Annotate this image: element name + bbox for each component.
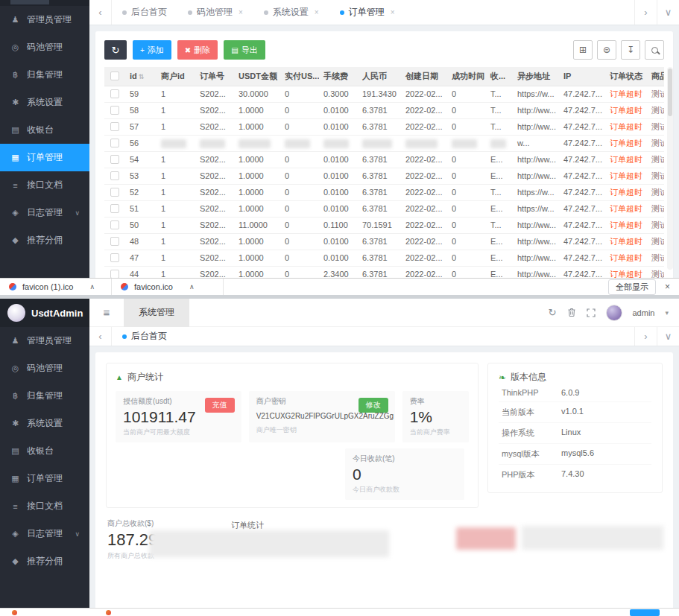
row-checkbox[interactable] <box>110 188 119 197</box>
cell-id: 47 <box>125 250 157 266</box>
delete-button[interactable]: ✖删除 <box>177 40 218 60</box>
sidebar-item[interactable]: ▦订单管理 <box>0 144 89 171</box>
button-partial[interactable] <box>630 609 660 616</box>
row-checkbox[interactable] <box>110 220 119 229</box>
recharge-button[interactable]: 充值 <box>205 398 235 413</box>
table-row[interactable]: 511S202...1.000000.01006.37812022-02...0… <box>104 200 664 217</box>
sidebar-item[interactable]: ◈日志管理∨ <box>0 520 89 547</box>
filter-columns-icon[interactable]: ⊞ <box>573 40 593 60</box>
sidebar-item[interactable]: ≡接口文档 <box>0 492 89 520</box>
table-row[interactable]: 531S202...1.000000.01006.37812022-02...0… <box>104 168 664 184</box>
sidebar-item[interactable]: ≡接口文档 <box>0 171 89 199</box>
table-row[interactable]: 501S202...11.000000.110070.15912022-02..… <box>104 217 664 233</box>
tab-item[interactable]: 系统设置× <box>253 0 329 25</box>
sort-icon[interactable]: ⇅ <box>139 73 145 80</box>
sidebar-item-label: 接口文档 <box>27 500 63 512</box>
log-icon: ◈ <box>10 208 21 217</box>
table-scrollbar[interactable] <box>667 67 673 270</box>
sidebar-item[interactable]: ฿归集管理 <box>0 61 89 89</box>
tabs-scroll-right-icon[interactable]: › <box>634 0 657 25</box>
main-area: ‹ 后台首页码池管理×系统设置×订单管理× › ∨ ↻ +添加 ✖删除 ▤导出 … <box>89 0 679 295</box>
cell-recv: T... <box>486 86 513 102</box>
sidebar-item[interactable]: ✱系统设置 <box>0 89 89 116</box>
close-tab-icon[interactable]: × <box>239 8 243 16</box>
close-tab-icon[interactable]: × <box>315 8 319 16</box>
cell-usdt: 1.0000 <box>234 151 280 168</box>
refresh-icon[interactable]: ↻ <box>549 307 557 318</box>
merchant-card-title: ▲ 商户统计 <box>116 371 469 384</box>
row-checkbox[interactable] <box>110 89 119 98</box>
table-row[interactable]: 56w...47.242.7...订单超时测试 <box>104 135 664 151</box>
sidebar-item[interactable]: ▤收银台 <box>0 116 89 144</box>
username[interactable]: admin <box>633 308 655 317</box>
export-button[interactable]: ▤导出 <box>224 40 265 60</box>
sidebar-item[interactable]: ♟管理员管理 <box>0 327 89 355</box>
totals-section: 商户总收款($) 187.29 所有商户总收款 订单统计 <box>106 518 663 566</box>
modify-button[interactable]: 修改 <box>359 398 388 413</box>
tab-item[interactable]: 码池管理× <box>177 0 253 25</box>
sidebar-item[interactable]: ✱系统设置 <box>0 410 89 437</box>
user-avatar[interactable] <box>606 305 622 321</box>
tabs-scroll-right-icon[interactable]: › <box>634 327 657 346</box>
sidebar-item[interactable]: ◆推荐分佣 <box>0 226 89 254</box>
row-checkbox[interactable] <box>110 237 119 246</box>
fullscreen-icon[interactable] <box>587 308 596 317</box>
show-all-downloads-button[interactable]: 全部显示 <box>608 279 656 295</box>
select-all-checkbox[interactable] <box>110 72 119 80</box>
close-downloads-icon[interactable]: × <box>665 282 670 292</box>
close-tab-icon[interactable]: × <box>391 8 395 16</box>
row-checkbox[interactable] <box>110 253 119 262</box>
add-button-label: 添加 <box>148 45 164 56</box>
cell-id: 56 <box>125 135 157 151</box>
table-row[interactable]: 591S202...30.000000.3000191.34302022-02.… <box>104 86 664 102</box>
add-button[interactable]: +添加 <box>133 40 171 60</box>
row-checkbox[interactable] <box>110 171 119 180</box>
sidebar-item[interactable]: ♟管理员管理 <box>0 6 89 34</box>
bitcoin-icon: ฿ <box>10 391 21 401</box>
tab-dot-icon <box>122 334 127 339</box>
app-logo[interactable]: UsdtAdmin <box>0 299 89 327</box>
table-row[interactable]: 581S202...1.000000.01006.37812022-02...0… <box>104 102 664 118</box>
tab-item[interactable]: 订单管理× <box>329 0 405 25</box>
scrollbar-thumb[interactable] <box>668 69 672 116</box>
sidebar-item[interactable]: ◎码池管理 <box>0 355 89 382</box>
tabs-scroll-left-icon[interactable]: ‹ <box>89 327 112 346</box>
tabs-menu-icon[interactable]: ∨ <box>657 327 679 346</box>
tab-item[interactable]: 后台首页 <box>112 327 177 346</box>
tabs-menu-icon[interactable]: ∨ <box>657 0 679 25</box>
row-checkbox[interactable] <box>110 122 119 131</box>
row-checkbox[interactable] <box>110 139 119 147</box>
table-row[interactable]: 571S202...1.000000.01006.37812022-02...0… <box>104 118 664 135</box>
tab-item[interactable]: 后台首页 <box>112 0 177 25</box>
collapse-menu-icon[interactable]: ≡ <box>89 306 124 319</box>
row-checkbox[interactable] <box>110 155 119 164</box>
sidebar-item[interactable]: ◆推荐分佣 <box>0 547 89 575</box>
clear-cache-icon[interactable] <box>567 308 576 317</box>
export-data-icon[interactable]: ↧ <box>621 40 640 60</box>
sidebar-item[interactable]: ▦订单管理 <box>0 465 89 492</box>
refresh-button[interactable]: ↻ <box>104 40 127 60</box>
table-row[interactable]: 541S202...1.000000.01006.37812022-02...0… <box>104 151 664 168</box>
doc-icon: ≡ <box>10 181 21 190</box>
search-icon[interactable] <box>645 40 664 60</box>
sidebar-item[interactable]: ◈日志管理∨ <box>0 199 89 226</box>
sidebar-item[interactable]: ▤收银台 <box>0 437 89 465</box>
chevron-up-icon[interactable]: ∧ <box>189 283 195 290</box>
cell-notify-url: http://ww... <box>513 168 559 184</box>
tabs-scroll-left-icon[interactable]: ‹ <box>89 0 112 25</box>
cell-paid: 0 <box>280 250 319 266</box>
sidebar-item[interactable]: ฿归集管理 <box>0 382 89 410</box>
print-icon[interactable]: ⊜ <box>597 40 616 60</box>
download-item[interactable]: favicon (1).ico∧ <box>0 279 112 295</box>
chevron-up-icon[interactable]: ∧ <box>89 283 95 290</box>
table-row[interactable]: 481S202...1.000000.01006.37812022-02...0… <box>104 233 664 250</box>
sidebar-item[interactable]: ◎码池管理 <box>0 34 89 61</box>
download-item[interactable]: favicon.ico∧ <box>112 279 224 295</box>
wallet-icon: ▤ <box>10 125 21 135</box>
module-tab-system[interactable]: 系统管理 <box>124 299 189 327</box>
row-checkbox[interactable] <box>110 106 119 115</box>
row-checkbox[interactable] <box>110 204 119 213</box>
table-row[interactable]: 471S202...1.000000.01006.37812022-02...0… <box>104 250 664 266</box>
cell-success: 0 <box>447 217 486 233</box>
table-row[interactable]: 521S202...1.000000.01006.37812022-02...0… <box>104 184 664 200</box>
